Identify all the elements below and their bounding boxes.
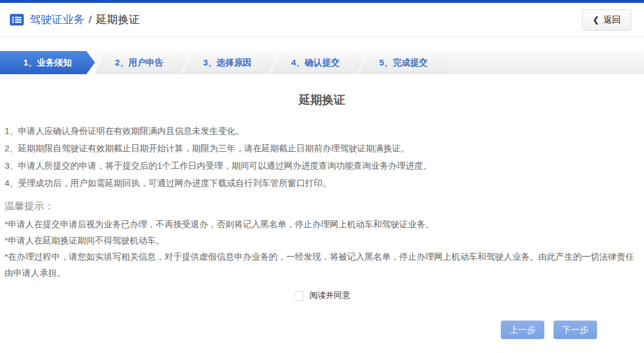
notice-line: 2、延期期限自驾驶证有效期截止日期开始计算，期限为三年，请在延期截止日期前办理驾… [5,140,639,157]
step-tab-select-reason[interactable]: 3、选择原因 [183,51,271,74]
breadcrumb: 驾驶证业务 / 延期换证 [9,12,140,27]
step-tab-confirm-submit[interactable]: 4、确认提交 [271,51,359,74]
next-step-button[interactable]: 下一步 [554,321,597,339]
step-tab-label: 3、选择原因 [203,57,251,68]
step-tab-business-notice[interactable]: 1、业务须知 [0,51,95,74]
step-bar-filler [447,51,644,74]
notice-line: 3、申请人所提交的申请，将于提交后的1个工作日内受理，期间可以通过网办进度查询功… [5,157,639,174]
agree-row: 阅读并同意 [5,290,639,301]
agree-checkbox[interactable] [294,291,304,301]
step-tab-label: 2、用户申告 [115,57,163,68]
back-button[interactable]: ❮ 返回 [582,9,631,31]
notice-line: 1、申请人应确认身份证明在有效期限满内且信息未发生变化。 [5,122,639,140]
previous-step-button[interactable]: 上一步 [501,321,544,339]
wizard-step-bar: 1、业务须知 2、用户申告 3、选择原因 4、确认提交 5、完成提交 [0,51,644,74]
list-icon [9,12,24,27]
page-title: 延期换证 [5,92,639,108]
main-content: 延期换证 1、申请人应确认身份证明在有效期限满内且信息未发生变化。 2、延期期限… [0,92,644,301]
step-tab-user-declaration[interactable]: 2、用户申告 [95,51,183,74]
agree-label[interactable]: 阅读并同意 [310,290,350,301]
back-button-label: 返回 [603,14,621,26]
breadcrumb-current-page: 延期换证 [96,12,140,27]
step-tab-label: 1、业务须知 [23,57,71,68]
wizard-actions: 上一步 下一步 [501,321,597,339]
tip-line: *申请人在提交申请后视为业务已办理，不再接受退办，否则将记入黑名单，停止办理网上… [5,216,639,232]
breadcrumb-separator: / [89,13,92,26]
tip-line: *在办理过程中，请您如实填写相关信息，对于提供虚假信息申办业务的，一经发现，将被… [5,249,639,281]
step-tab-complete-submit[interactable]: 5、完成提交 [359,51,447,74]
page-header: 驾驶证业务 / 延期换证 ❮ 返回 [0,3,644,37]
notice-line: 4、受理成功后，用户如需延期回执，可通过网办进度下载或自行到车管所窗口打印。 [5,174,639,192]
breadcrumb-section[interactable]: 驾驶证业务 [30,12,85,27]
tips-heading: 温馨提示： [5,196,639,216]
back-chevron-icon: ❮ [592,15,599,24]
step-tab-label: 5、完成提交 [379,57,427,68]
tip-line: *申请人在延期换证期间不得驾驶机动车。 [5,232,639,249]
step-tab-label: 4、确认提交 [291,57,339,68]
